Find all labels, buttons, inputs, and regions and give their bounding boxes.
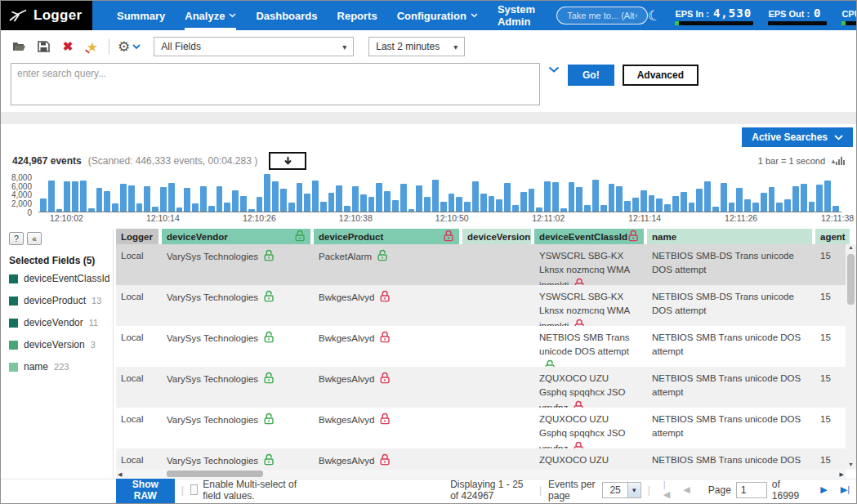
histogram-bar[interactable] — [80, 181, 87, 212]
fieldset-dropdown[interactable]: All Fields ▾ — [154, 37, 354, 56]
histogram-bar[interactable] — [200, 186, 207, 212]
column-header-agent[interactable]: agent — [815, 229, 850, 244]
histogram-bar[interactable] — [656, 198, 663, 212]
histogram-scale-icon[interactable]: ▲ — [830, 157, 845, 165]
clear-search-button[interactable]: ✖ — [60, 39, 76, 54]
export-events-button[interactable] — [269, 152, 306, 170]
histogram-bar[interactable] — [681, 192, 687, 212]
histogram-bar[interactable] — [729, 203, 735, 212]
histogram-bar[interactable] — [624, 201, 631, 212]
unlocked-icon[interactable] — [263, 413, 275, 429]
unlocked-icon[interactable] — [263, 290, 275, 306]
nav-item-analyze[interactable]: Analyze — [175, 1, 246, 30]
nav-item-summary[interactable]: Summary — [107, 1, 175, 30]
histogram-bar[interactable] — [288, 203, 295, 212]
vertical-scroll-thumb[interactable] — [847, 254, 855, 305]
selected-field-deviceVersion[interactable]: deviceVersion3 — [9, 339, 113, 350]
histogram-bar[interactable] — [496, 199, 502, 212]
scroll-up-icon[interactable]: ▲ — [846, 244, 856, 252]
histogram-bar[interactable] — [689, 203, 695, 212]
histogram-bar[interactable] — [328, 193, 335, 212]
histogram-bar[interactable] — [721, 183, 727, 212]
histogram-bar[interactable] — [592, 180, 599, 212]
prev-page-button[interactable]: ◀ — [683, 484, 690, 495]
saved-searches-star-button[interactable]: ★ — [84, 39, 100, 54]
go-button[interactable]: Go! — [568, 65, 614, 86]
histogram-bar[interactable] — [248, 209, 255, 212]
histogram-bar[interactable] — [584, 205, 591, 212]
histogram-bar[interactable] — [216, 186, 223, 212]
scroll-right-icon[interactable]: ▶ — [840, 470, 844, 479]
histogram-bar[interactable] — [416, 185, 422, 212]
histogram-bar[interactable] — [280, 189, 287, 212]
next-page-button[interactable]: ▶ — [820, 484, 827, 495]
locked-icon[interactable] — [379, 331, 391, 347]
histogram-bar[interactable] — [761, 193, 767, 212]
take-me-to-input[interactable] — [556, 7, 648, 25]
locked-icon[interactable] — [573, 441, 584, 449]
histogram-bar[interactable] — [168, 183, 175, 212]
histogram-bar[interactable] — [504, 183, 511, 212]
histogram-bar[interactable] — [776, 203, 783, 212]
histogram-bar[interactable] — [480, 194, 487, 212]
histogram-bar[interactable] — [672, 196, 679, 212]
help-button[interactable]: ? — [9, 232, 24, 245]
selected-field-deviceEventClassId[interactable]: deviceEventClassId215 — [9, 273, 113, 284]
histogram-bar[interactable] — [809, 202, 815, 212]
locked-icon[interactable] — [379, 290, 391, 306]
histogram-bar[interactable] — [392, 200, 399, 212]
night-mode-moon-icon[interactable]: ☾ — [647, 7, 662, 24]
histogram-bar[interactable] — [816, 185, 823, 212]
locked-icon[interactable] — [443, 230, 454, 243]
histogram-bar[interactable] — [536, 207, 542, 212]
selected-field-deviceProduct[interactable]: deviceProduct13 — [9, 295, 113, 306]
selected-field-deviceVendor[interactable]: deviceVendor11 — [9, 317, 113, 328]
table-row[interactable]: LocalVarySys TechnologiesBwkgesAlvydZQUX… — [116, 448, 856, 470]
histogram-bar[interactable] — [744, 199, 751, 212]
histogram-bar[interactable] — [696, 189, 703, 212]
histogram-bar[interactable] — [400, 184, 407, 212]
histogram-bar[interactable] — [769, 187, 775, 212]
histogram-bar[interactable] — [40, 198, 47, 212]
advanced-button[interactable]: Advanced — [623, 65, 699, 86]
vertical-scrollbar[interactable]: ▲ ▼ — [846, 244, 856, 470]
histogram-bar[interactable] — [320, 202, 327, 212]
histogram-bar[interactable] — [88, 208, 95, 212]
time-range-dropdown[interactable]: Last 2 minutes ▾ — [368, 37, 465, 56]
locked-icon[interactable] — [379, 413, 391, 429]
histogram-bar[interactable] — [641, 190, 647, 212]
table-row[interactable]: LocalVarySys TechnologiesBwkgesAlvydYSWS… — [116, 285, 856, 326]
histogram-bar[interactable] — [192, 203, 199, 212]
histogram-bar[interactable] — [376, 183, 382, 212]
nav-item-dashboards[interactable]: Dashboards — [246, 1, 327, 30]
histogram-bar[interactable] — [544, 181, 551, 212]
histogram-bar[interactable] — [576, 187, 582, 212]
last-page-button[interactable]: ▶| — [841, 484, 850, 495]
histogram-bar[interactable] — [560, 208, 567, 212]
histogram-bar[interactable] — [112, 203, 118, 212]
selected-field-name[interactable]: name223 — [9, 361, 113, 372]
search-options-button[interactable]: ⚙ — [118, 40, 141, 54]
nav-item-system-admin[interactable]: System Admin — [488, 1, 545, 30]
logger-brand[interactable]: Logger — [1, 1, 92, 30]
histogram-bar[interactable] — [64, 181, 70, 212]
load-saved-search-button[interactable] — [11, 39, 27, 54]
histogram-bar[interactable] — [408, 209, 415, 212]
column-header-deviceVendor[interactable]: deviceVendor — [162, 229, 310, 244]
first-page-button[interactable]: |◀ — [663, 479, 670, 500]
histogram-bar[interactable] — [232, 190, 239, 212]
page-number-input[interactable] — [736, 482, 767, 498]
histogram-bar[interactable] — [344, 206, 350, 212]
histogram-bar[interactable] — [208, 206, 215, 212]
column-header-deviceProduct[interactable]: deviceProduct — [314, 229, 459, 244]
locked-icon[interactable] — [627, 230, 639, 243]
nav-item-reports[interactable]: Reports — [328, 1, 387, 30]
histogram-bar[interactable] — [801, 184, 807, 212]
histogram-bar[interactable] — [128, 185, 135, 212]
table-row[interactable]: LocalVarySys TechnologiesBwkgesAlvydZQUX… — [116, 408, 856, 448]
histogram-bar[interactable] — [632, 198, 639, 212]
unlocked-icon[interactable] — [377, 249, 388, 265]
histogram-bar[interactable] — [424, 197, 431, 212]
horizontal-scroll-thumb[interactable] — [167, 471, 263, 477]
histogram-bar[interactable] — [712, 207, 719, 212]
